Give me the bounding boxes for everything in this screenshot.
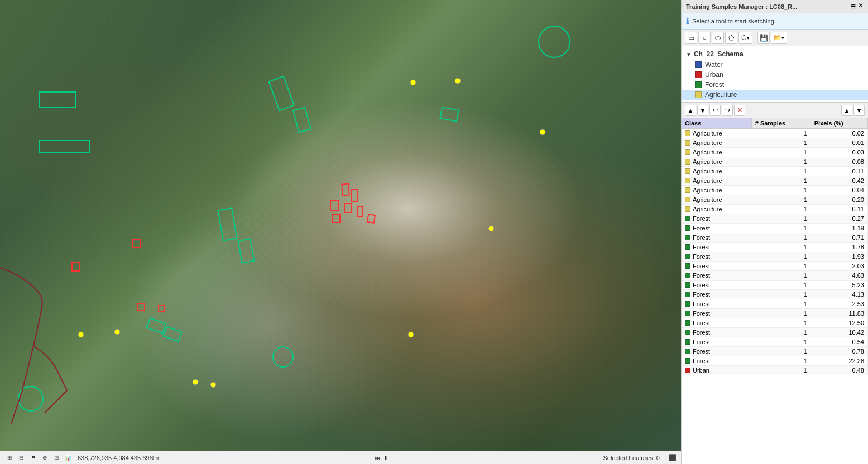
table-row[interactable]: Forest 1 10.42 (682, 328, 868, 337)
schema-header[interactable]: ▼ Ch_22_Schema (682, 49, 868, 60)
load-icon: 📂 (774, 34, 781, 41)
panel-close-btn[interactable]: ✕ (858, 2, 864, 12)
map-tool-2[interactable]: ⊟ (16, 453, 26, 463)
forest-color-box (695, 81, 702, 88)
svg-rect-12 (342, 184, 349, 196)
schema-item-forest[interactable]: Forest (682, 80, 868, 90)
delete-btn[interactable]: ✕ (734, 105, 745, 116)
cell-samples-21: 1 (751, 328, 811, 337)
table-row[interactable]: Forest 1 4.63 (682, 271, 868, 281)
table-row[interactable]: Forest 1 4.13 (682, 290, 868, 299)
svg-rect-22 (159, 306, 164, 311)
move-down-btn[interactable]: ▼ (697, 105, 708, 116)
circle-tool-btn[interactable]: ○ (698, 32, 711, 44)
svg-rect-5 (218, 208, 237, 241)
table-row[interactable]: Agriculture 1 0.42 (682, 176, 868, 186)
table-row[interactable]: Agriculture 1 0.20 (682, 195, 868, 205)
cell-pixels-11: 0.71 (811, 233, 867, 243)
redo-btn[interactable]: ↪ (722, 105, 733, 116)
table-row[interactable]: Agriculture 1 0.11 (682, 167, 868, 176)
cell-class-5: Agriculture (682, 176, 751, 185)
svg-point-31 (488, 226, 494, 231)
schema-item-water[interactable]: Water (682, 60, 868, 70)
panel-title: Training Samples Manager : LC08_R... (686, 3, 797, 10)
load-dropdown-btn[interactable]: 📂 ▾ (771, 32, 787, 44)
info-icon: ℹ (686, 17, 689, 26)
svg-rect-3 (293, 108, 311, 132)
col-class[interactable]: Class (682, 118, 751, 129)
cell-samples-17: 1 (751, 290, 811, 299)
table-row[interactable]: Forest 1 2.53 (682, 299, 868, 309)
schema-item-urban[interactable]: Urban (682, 70, 868, 80)
table-row[interactable]: Forest 1 12.50 (682, 318, 868, 328)
ellipse-tool-btn[interactable]: ⬭ (712, 32, 724, 44)
table-row[interactable]: Agriculture 1 0.02 (682, 129, 868, 138)
svg-point-29 (210, 382, 216, 388)
map-tool-4[interactable]: ⊕ (40, 453, 50, 463)
info-bar: ℹ Select a tool to start sketching (682, 13, 868, 30)
table-row[interactable]: Forest 1 1.78 (682, 243, 868, 252)
rectangle-tool-btn[interactable]: ▭ (685, 32, 697, 44)
cell-samples-18: 1 (751, 299, 811, 309)
table-row[interactable]: Forest 1 5.23 (682, 281, 868, 290)
cell-class-18: Forest (682, 299, 751, 308)
cell-pixels-0: 0.02 (811, 129, 867, 138)
cell-class-1: Agriculture (682, 138, 751, 147)
table-row[interactable]: Agriculture 1 0.04 (682, 186, 868, 195)
col-pixels[interactable]: Pixels (%) (811, 118, 867, 129)
table-row[interactable]: Forest 1 0.71 (682, 233, 868, 243)
map-tool-6[interactable]: 📊 (63, 453, 73, 463)
table-row[interactable]: Forest 1 0.78 (682, 347, 868, 356)
schema-item-agriculture[interactable]: Agriculture (682, 90, 868, 100)
col-samples[interactable]: # Samples (751, 118, 811, 129)
map-export-btn[interactable]: ⬛ (669, 454, 677, 461)
map-tool-5[interactable]: ⊡ (51, 453, 61, 463)
save-btn[interactable]: 💾 (757, 32, 770, 44)
info-message: Select a tool to start sketching (692, 18, 774, 25)
cell-samples-14: 1 (751, 262, 811, 271)
cell-pixels-6: 0.04 (811, 186, 867, 195)
cell-samples-6: 1 (751, 186, 811, 195)
table-row[interactable]: Forest 1 0.27 (682, 214, 868, 224)
cell-class-22: Forest (682, 337, 751, 346)
map-area[interactable]: ⊞ ⊟ ⚑ ⊕ ⊡ 📊 638,726,035 4,084,435.69N m … (0, 0, 681, 464)
map-tool-buttons[interactable]: ⊞ ⊟ ⚑ ⊕ ⊡ 📊 (4, 453, 73, 463)
table-row[interactable]: Agriculture 1 0.01 (682, 138, 868, 148)
cell-class-10: Forest (682, 224, 751, 233)
table-row[interactable]: Forest 1 2.03 (682, 262, 868, 271)
table-row[interactable]: Forest 1 22.28 (682, 356, 868, 366)
cell-pixels-18: 2.53 (811, 299, 867, 309)
cell-pixels-12: 1.78 (811, 243, 867, 252)
move-up-btn[interactable]: ▲ (685, 105, 696, 116)
panel-menu-icon[interactable]: ≡ (851, 2, 856, 12)
cell-class-6: Agriculture (682, 186, 751, 195)
table-row[interactable]: Urban 1 0.48 (682, 366, 868, 375)
table-row[interactable]: Forest 1 11.83 (682, 309, 868, 318)
svg-rect-1 (39, 141, 89, 153)
map-pause-btn[interactable]: ⏸ (383, 455, 389, 461)
table-row[interactable]: Agriculture 1 0.11 (682, 205, 868, 214)
data-table[interactable]: Class # Samples Pixels (%) Agriculture 1… (682, 118, 868, 464)
table-row[interactable]: Forest 1 1.93 (682, 252, 868, 262)
cell-samples-4: 1 (751, 167, 811, 176)
table-row[interactable]: Agriculture 1 0.08 (682, 157, 868, 167)
map-tool-3[interactable]: ⚑ (28, 453, 38, 463)
cell-pixels-25: 0.48 (811, 366, 867, 375)
map-tool-1[interactable]: ⊞ (4, 453, 15, 463)
scroll-down-btn[interactable]: ▼ (853, 105, 865, 116)
table-row[interactable]: Agriculture 1 0.03 (682, 148, 868, 157)
cell-class-4: Agriculture (682, 167, 751, 176)
cell-pixels-17: 4.13 (811, 290, 867, 299)
cell-samples-13: 1 (751, 252, 811, 262)
urban-label: Urban (705, 71, 723, 79)
cell-pixels-2: 0.03 (811, 148, 867, 157)
map-play-btn[interactable]: ⏮ (375, 455, 381, 461)
shape-dropdown-btn[interactable]: ⬡ ▾ (738, 32, 752, 44)
cell-class-16: Forest (682, 281, 751, 289)
table-row[interactable]: Forest 1 1.19 (682, 224, 868, 233)
svg-rect-21 (138, 304, 145, 311)
scroll-up-btn[interactable]: ▲ (841, 105, 852, 116)
undo-btn[interactable]: ↩ (709, 105, 721, 116)
table-row[interactable]: Forest 1 0.54 (682, 337, 868, 347)
polygon-tool-btn[interactable]: ⬠ (725, 32, 737, 44)
